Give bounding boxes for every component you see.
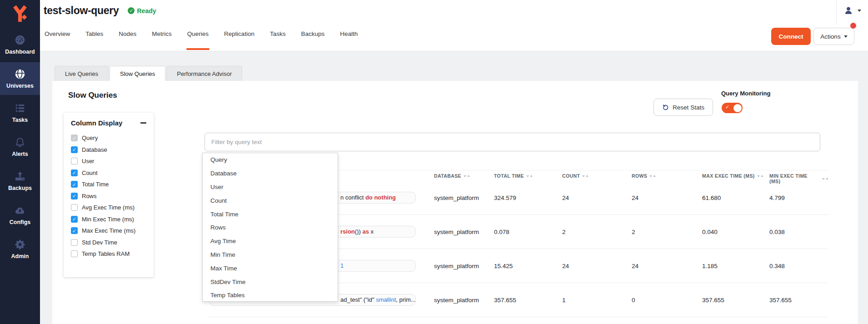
cell-max-exec-time: 61.680 <box>702 194 769 201</box>
sidebar-item-backups[interactable]: Backups <box>0 164 40 197</box>
checkbox-icon[interactable]: ✓ <box>71 216 78 223</box>
checkbox-icon[interactable]: ✓ <box>71 181 78 188</box>
cell-max-exec-time: 0.040 <box>702 229 769 235</box>
cell-total-time: 15.425 <box>494 263 562 269</box>
actions-button[interactable]: Actions <box>813 28 854 45</box>
nav-tab-metrics[interactable]: Metrics <box>152 29 172 51</box>
toggle-knob <box>733 104 742 112</box>
column-option[interactable]: Std Dev Time <box>71 237 146 249</box>
sidebar-item-admin[interactable]: Admin <box>0 233 40 265</box>
status-label: Ready <box>137 7 156 15</box>
nav-tab-nodes[interactable]: Nodes <box>119 29 136 51</box>
dropdown-item[interactable]: Rows <box>203 221 338 234</box>
subtab-slow-queries[interactable]: Slow Queries <box>110 66 165 81</box>
nav-tab-tables[interactable]: Tables <box>85 29 103 51</box>
checkbox-icon[interactable] <box>71 239 78 246</box>
dropdown-item[interactable]: Query <box>203 153 338 167</box>
column-option[interactable]: ✓ Max Exec Time (ms) <box>71 225 146 237</box>
checkbox-icon[interactable]: ✓ <box>71 146 78 153</box>
cell-min-exec-time: 0.348 <box>769 263 828 269</box>
sort-icon <box>757 174 763 179</box>
sidebar-item-configs[interactable]: Configs <box>0 199 40 231</box>
nav-tab-tasks[interactable]: Tasks <box>270 29 286 51</box>
status-badge: ✓ Ready <box>128 7 156 15</box>
column-option[interactable]: Temp Tables RAM <box>71 248 146 260</box>
dropdown-item[interactable]: StdDev Time <box>203 275 338 289</box>
gauge-icon <box>14 34 26 46</box>
dropdown-item[interactable]: Temp Tables <box>203 289 338 302</box>
dropdown-item[interactable]: Max Time <box>203 261 338 275</box>
subtab-live-queries[interactable]: Live Queries <box>55 66 109 81</box>
column-option[interactable]: ✓ Database <box>71 144 146 156</box>
nav-tab-overview[interactable]: Overview <box>45 29 70 51</box>
dropdown-item[interactable]: Database <box>203 167 338 180</box>
chevron-down-icon <box>844 35 848 40</box>
column-option[interactable]: Avg Exec Time (ms) <box>71 202 146 214</box>
sidebar-nav: Dashboard Universes Tasks Alerts Backups… <box>0 28 40 265</box>
cell-total-time: 357.655 <box>494 297 562 304</box>
subtab-performance-advisor[interactable]: Performance Advisor <box>166 66 242 81</box>
user-menu[interactable] <box>843 5 861 15</box>
user-avatar-icon <box>843 5 853 15</box>
dropdown-item[interactable]: Avg Time <box>203 234 338 248</box>
column-header[interactable]: MAX EXEC TIME (MS) <box>702 173 769 179</box>
nav-tab-queries[interactable]: Queries <box>187 29 209 51</box>
sidebar: Dashboard Universes Tasks Alerts Backups… <box>0 0 40 324</box>
cell-count: 24 <box>562 263 632 269</box>
checkbox-icon[interactable] <box>71 250 78 257</box>
column-options-list: ✓ Query ✓ Database User ✓ Count ✓ Total … <box>71 132 146 260</box>
cell-database: system_platform <box>434 229 494 235</box>
column-header[interactable]: ROWS <box>632 173 702 179</box>
nav-tab-health[interactable]: Health <box>340 29 358 51</box>
sidebar-item-universes[interactable]: Universes <box>0 62 40 95</box>
checkbox-icon[interactable]: ✓ <box>71 227 78 234</box>
cell-min-exec-time: 0.038 <box>769 229 828 235</box>
checkbox-icon[interactable]: ✓ <box>71 193 78 199</box>
collapse-icon[interactable] <box>140 122 146 124</box>
column-header[interactable]: MIN EXEC TIME (MS) <box>769 173 828 184</box>
cloud-icon <box>14 204 26 216</box>
column-option[interactable]: ✓ Rows <box>71 190 146 202</box>
slow-queries-panel: Slow Queries Reset Stats Query Monitorin… <box>52 81 858 324</box>
reset-stats-button[interactable]: Reset Stats <box>653 99 713 116</box>
query-fragment: x <box>369 228 374 235</box>
yugabyte-logo[interactable] <box>0 0 40 28</box>
column-header[interactable]: COUNT <box>562 173 632 179</box>
dropdown-item[interactable]: User <box>203 180 338 194</box>
cell-max-exec-time: 1.185 <box>702 263 769 269</box>
cell-count: 24 <box>562 194 632 201</box>
column-option[interactable]: ✓ Query <box>71 132 146 144</box>
cell-total-time: 0.078 <box>494 229 562 235</box>
nav-tab-backups[interactable]: Backups <box>301 29 324 51</box>
column-option[interactable]: ✓ Count <box>71 167 146 179</box>
sidebar-item-dashboard[interactable]: Dashboard <box>0 28 40 61</box>
dropdown-item[interactable]: Count <box>203 194 338 207</box>
column-display-header: Column Display <box>71 119 146 127</box>
connect-button[interactable]: Connect <box>771 28 811 45</box>
cell-total-time: 324.579 <box>494 194 562 201</box>
column-option[interactable]: User <box>71 155 146 167</box>
column-header[interactable]: DATABASE <box>434 173 494 179</box>
nav-tab-replication[interactable]: Replication <box>224 29 254 51</box>
column-option[interactable]: ✓ Total Time <box>71 179 146 190</box>
checkbox-icon[interactable] <box>71 204 78 211</box>
checkbox-icon[interactable]: ✓ <box>71 135 78 141</box>
cell-min-exec-time: 357.655 <box>769 297 828 304</box>
sidebar-item-tasks[interactable]: Tasks <box>0 96 40 129</box>
checkbox-icon[interactable]: ✓ <box>71 169 78 176</box>
dropdown-item[interactable]: Min Time <box>203 248 338 262</box>
universe-nav-tabs: Overview Tables Nodes Metrics Queries Re… <box>45 25 358 51</box>
sidebar-item-alerts[interactable]: Alerts <box>0 130 40 163</box>
column-header[interactable]: TOTAL TIME <box>494 173 562 179</box>
checkbox-icon[interactable] <box>71 158 78 164</box>
query-monitoring-toggle[interactable]: ✓ <box>722 103 743 113</box>
app-root: Dashboard Universes Tasks Alerts Backups… <box>0 0 868 324</box>
toggle-check-icon: ✓ <box>725 104 729 110</box>
query-monitoring-label: Query Monitoring <box>721 90 770 97</box>
column-display-title: Column Display <box>71 119 122 127</box>
column-option[interactable]: ✓ Min Exec Time (ms) <box>71 214 146 225</box>
query-filter-input[interactable] <box>205 133 820 151</box>
cell-min-exec-time: 4.799 <box>769 194 828 201</box>
dropdown-item[interactable]: Total Time <box>203 207 338 221</box>
reset-icon <box>662 104 669 111</box>
